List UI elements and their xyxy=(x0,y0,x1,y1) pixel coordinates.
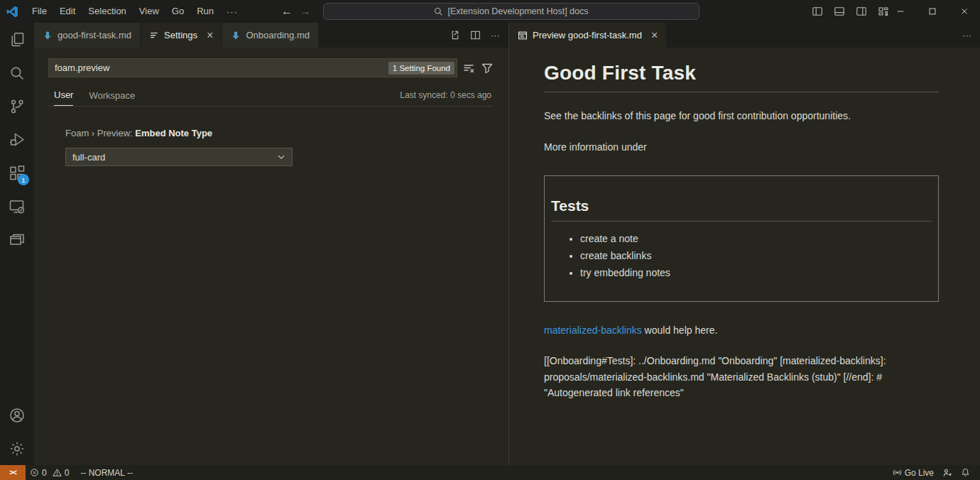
error-count: 0 xyxy=(42,468,47,478)
more-actions-icon[interactable]: ··· xyxy=(491,30,500,40)
settings-editor: 1 Setting Found User Workspace xyxy=(34,48,508,465)
toggle-panel-icon[interactable] xyxy=(834,6,845,17)
command-center-label: [Extension Development Host] docs xyxy=(447,6,588,16)
tests-heading: Tests xyxy=(551,197,932,214)
filter-settings-icon[interactable] xyxy=(481,62,493,74)
source-control-icon[interactable] xyxy=(0,89,34,123)
preview-paragraph: See the backlinks of this page for good … xyxy=(544,109,939,124)
nav-back-icon[interactable]: ← xyxy=(281,5,293,18)
settings-scope-workspace[interactable]: Workspace xyxy=(89,90,135,106)
vim-mode-indicator[interactable]: -- NORMAL -- xyxy=(73,465,137,480)
notifications-bell-icon[interactable] xyxy=(957,465,974,480)
search-icon xyxy=(434,7,443,16)
menu-file[interactable]: File xyxy=(26,4,53,19)
chevron-down-icon xyxy=(276,152,286,162)
maximize-button[interactable] xyxy=(916,0,948,23)
toggle-primary-sidebar-icon[interactable] xyxy=(812,6,823,17)
go-live-button[interactable]: Go Live xyxy=(888,465,938,480)
settings-result-count-badge: 1 Setting Found xyxy=(388,62,454,75)
list-item: create a note xyxy=(580,233,932,244)
divider xyxy=(544,92,939,92)
materialized-backlinks-link[interactable]: materialized-backlinks xyxy=(544,324,642,336)
editor-group-preview: Preview good-first-task.md × ··· Good Fi… xyxy=(508,23,980,465)
title-bar: File Edit Selection View Go Run ··· ← → … xyxy=(0,0,980,23)
status-bar: >< 0 0 -- NORMAL -- Go Live xyxy=(0,465,980,480)
minimize-button[interactable] xyxy=(884,0,916,23)
dropdown-selected-value: full-card xyxy=(72,152,105,163)
tests-list: create a note create backlinks try embed… xyxy=(551,233,932,278)
menu-view[interactable]: View xyxy=(133,4,165,19)
preview-paragraph: More information under xyxy=(544,141,939,153)
markdown-file-icon xyxy=(231,31,241,40)
tab-settings[interactable]: Settings × xyxy=(141,23,222,48)
setting-category: Foam › Preview: xyxy=(65,128,135,138)
nav-forward-icon: → xyxy=(300,5,311,18)
tab-label: good-first-task.md xyxy=(58,30,131,40)
tab-label: Onboarding.md xyxy=(246,30,310,40)
live-share-icon[interactable] xyxy=(938,465,957,480)
settings-gear-icon[interactable] xyxy=(0,432,34,465)
close-tab-icon[interactable]: × xyxy=(207,30,213,41)
menu-run[interactable]: Run xyxy=(190,4,220,19)
activity-bar: 1 xyxy=(0,23,34,465)
setting-title: Foam › Preview: Embed Note Type xyxy=(65,128,493,138)
clear-settings-search-icon[interactable] xyxy=(463,62,474,74)
link-references-paragraph: [[Onboarding#Tests]: ../Onboarding.md "O… xyxy=(544,353,939,401)
tab-label: Preview good-first-task.md xyxy=(533,30,642,40)
preview-paragraph: materialized-backlinks would help here. xyxy=(544,324,939,336)
extensions-badge: 1 xyxy=(18,174,29,185)
problems-indicator[interactable]: 0 0 xyxy=(26,465,73,480)
warning-icon xyxy=(53,468,62,477)
close-window-button[interactable] xyxy=(948,0,980,23)
divider xyxy=(551,221,932,222)
preview-title: Good First Task xyxy=(544,62,939,84)
close-tab-icon[interactable]: × xyxy=(651,30,658,41)
split-editor-icon[interactable] xyxy=(470,30,481,40)
command-center-search[interactable]: [Extension Development Host] docs xyxy=(323,3,699,20)
setting-name: Embed Note Type xyxy=(135,128,212,138)
setting-embed-note-type: Foam › Preview: Embed Note Type full-car… xyxy=(65,128,493,166)
error-icon xyxy=(30,468,39,477)
link-tail-text: would help here. xyxy=(642,324,718,336)
settings-editor-icon xyxy=(149,31,159,40)
warning-count: 0 xyxy=(65,468,70,478)
menu-selection[interactable]: Selection xyxy=(82,4,132,19)
tab-good-first-task[interactable]: good-first-task.md xyxy=(34,23,140,48)
settings-search-input[interactable] xyxy=(49,59,388,77)
markdown-preview-icon xyxy=(518,31,528,40)
accounts-icon[interactable] xyxy=(0,398,34,432)
tab-preview-good-first-task[interactable]: Preview good-first-task.md × xyxy=(509,23,666,48)
last-synced-label: Last synced: 0 secs ago xyxy=(400,90,491,105)
markdown-file-icon xyxy=(43,31,53,40)
remote-explorer-icon[interactable] xyxy=(0,190,34,223)
editor-group-settings: good-first-task.md Settings × Onboarding… xyxy=(34,23,508,465)
list-item: create backlinks xyxy=(580,250,932,261)
embed-note-type-dropdown[interactable]: full-card xyxy=(65,148,293,166)
menu-go[interactable]: Go xyxy=(165,4,190,19)
tab-bar-left: good-first-task.md Settings × Onboarding… xyxy=(34,23,508,48)
panels-view-icon[interactable] xyxy=(0,223,34,256)
open-settings-json-icon[interactable] xyxy=(450,30,460,40)
settings-search-box[interactable]: 1 Setting Found xyxy=(48,58,457,77)
vscode-logo-icon xyxy=(6,6,18,18)
go-live-label: Go Live xyxy=(905,468,934,478)
tab-bar-right: Preview good-first-task.md × ··· xyxy=(509,23,980,48)
extensions-icon[interactable]: 1 xyxy=(0,156,34,190)
run-and-debug-icon[interactable] xyxy=(0,123,34,156)
search-view-icon[interactable] xyxy=(0,56,34,89)
embedded-note-card: Tests create a note create backlinks try… xyxy=(544,175,939,302)
vscode-window: File Edit Selection View Go Run ··· ← → … xyxy=(0,0,980,480)
menu-edit[interactable]: Edit xyxy=(53,4,82,19)
broadcast-icon xyxy=(893,468,902,477)
list-item: try embedding notes xyxy=(580,267,932,278)
markdown-preview: Good First Task See the backlinks of thi… xyxy=(509,48,980,465)
explorer-icon[interactable] xyxy=(0,23,34,56)
remote-indicator[interactable]: >< xyxy=(0,465,26,480)
menu-more-icon[interactable]: ··· xyxy=(220,6,244,17)
tab-label: Settings xyxy=(164,30,197,40)
settings-scope-user[interactable]: User xyxy=(54,89,73,106)
tab-onboarding[interactable]: Onboarding.md xyxy=(222,23,318,48)
more-actions-icon[interactable]: ··· xyxy=(962,30,971,40)
toggle-secondary-sidebar-icon[interactable] xyxy=(856,6,867,17)
